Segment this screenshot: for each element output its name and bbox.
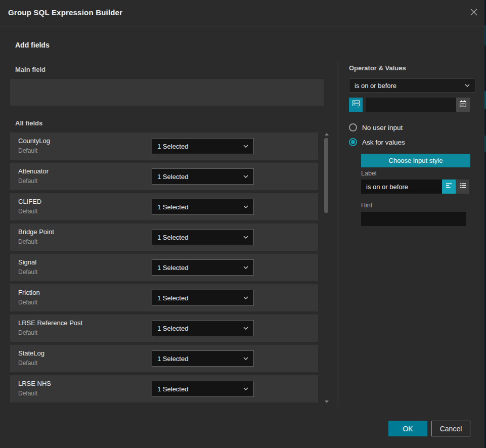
- field-subtitle: Default: [18, 238, 37, 245]
- main-field-box: CountyLog | Default From Date: [10, 79, 324, 106]
- field-values-select-value: 1 Selected: [157, 385, 188, 393]
- field-values-select-value: 1 Selected: [157, 173, 188, 181]
- field-row: Friction Default 1 Selected: [10, 284, 318, 311]
- field-row: Attenuator Default 1 Selected: [10, 163, 318, 190]
- field-values-select-value: 1 Selected: [157, 325, 188, 332]
- calendar-picker-button[interactable]: [456, 98, 470, 112]
- field-values-select-value: 1 Selected: [157, 203, 188, 211]
- list-style-button[interactable]: [456, 180, 469, 194]
- chevron-down-icon: [243, 145, 248, 148]
- unique-values-icon: [352, 100, 360, 110]
- all-fields-list: CountyLog Default 1 Selected Attenuator …: [10, 132, 318, 406]
- label-caption: Label: [361, 170, 377, 177]
- field-subtitle: Default: [18, 177, 37, 185]
- scroll-up-arrow-icon[interactable]: [325, 133, 329, 136]
- field-name: LRSE Reference Post: [18, 319, 82, 327]
- field-name: StateLog: [18, 349, 45, 357]
- operator-select[interactable]: is on or before: [349, 78, 475, 93]
- field-name: Signal: [18, 258, 36, 266]
- dialog-title: Group SQL Expression Builder: [8, 8, 122, 17]
- label-input[interactable]: is on or before: [361, 180, 442, 194]
- scrollbar-thumb[interactable]: [324, 138, 328, 213]
- chevron-down-icon: [243, 296, 248, 299]
- radio-circle-selected-icon: [349, 138, 357, 146]
- field-values-select[interactable]: 1 Selected: [152, 138, 254, 154]
- field-name: CLIFED: [18, 198, 41, 205]
- choose-input-style-button[interactable]: Choose input style: [361, 154, 470, 167]
- close-button[interactable]: [468, 7, 480, 19]
- field-subtitle: Default: [18, 390, 37, 397]
- date-value-input[interactable]: [366, 98, 456, 112]
- radio-ask-for-values[interactable]: Ask for values: [349, 138, 405, 146]
- field-values-select[interactable]: 1 Selected: [152, 229, 254, 245]
- calendar-icon: [459, 100, 467, 110]
- chevron-down-icon: [243, 236, 248, 239]
- field-values-select[interactable]: 1 Selected: [152, 259, 254, 276]
- cancel-button[interactable]: Cancel: [431, 421, 470, 436]
- field-row: CLIFED Default 1 Selected: [10, 193, 318, 220]
- field-subtitle: Default: [18, 299, 37, 306]
- chevron-down-icon: [243, 175, 248, 178]
- field-subtitle: Default: [18, 208, 37, 215]
- field-values-select-value: 1 Selected: [157, 355, 188, 363]
- field-subtitle: Default: [18, 329, 37, 336]
- field-row: StateLog Default 1 Selected: [10, 345, 318, 372]
- chevron-down-icon: [243, 357, 248, 360]
- chevron-down-icon: [243, 205, 248, 208]
- unique-values-button[interactable]: [349, 98, 363, 112]
- field-values-select-value: 1 Selected: [157, 264, 188, 272]
- field-subtitle: Default: [18, 147, 37, 154]
- panel-divider: [337, 60, 337, 408]
- main-field-label: Main field: [15, 66, 46, 73]
- fields-list-scrollbar[interactable]: [324, 132, 330, 404]
- radio-label: Ask for values: [362, 139, 405, 146]
- chevron-down-icon: [243, 266, 248, 269]
- field-row: LRSE Reference Post Default 1 Selected: [10, 315, 318, 342]
- radio-label: No user input: [362, 124, 403, 131]
- field-subtitle: Default: [18, 268, 37, 276]
- field-name: Bridge Point: [18, 228, 54, 236]
- field-values-select[interactable]: 1 Selected: [152, 350, 254, 367]
- field-values-select[interactable]: 1 Selected: [152, 320, 254, 336]
- chevron-down-icon: [243, 387, 248, 390]
- single-line-style-button[interactable]: [442, 180, 456, 194]
- list-icon: [459, 182, 467, 192]
- field-values-select[interactable]: 1 Selected: [152, 290, 254, 306]
- operator-select-value: is on or before: [355, 82, 396, 89]
- hint-input[interactable]: [361, 212, 466, 226]
- field-row: Signal Default 1 Selected: [10, 254, 318, 281]
- align-left-icon: [445, 182, 453, 192]
- chevron-down-icon: [243, 327, 248, 330]
- field-values-select-value: 1 Selected: [157, 294, 188, 302]
- ok-button[interactable]: OK: [388, 421, 427, 436]
- field-name: CountyLog: [18, 137, 50, 145]
- field-values-select[interactable]: 1 Selected: [152, 168, 254, 185]
- field-values-select-value: 1 Selected: [157, 143, 188, 150]
- radio-no-user-input[interactable]: No user input: [349, 123, 403, 131]
- close-icon: [469, 8, 478, 19]
- field-values-select[interactable]: 1 Selected: [152, 381, 254, 397]
- label-input-value: is on or before: [366, 183, 408, 191]
- operator-values-heading: Operator & Values: [349, 64, 406, 72]
- dialog-titlebar: Group SQL Expression Builder: [0, 0, 486, 26]
- field-name: Attenuator: [18, 167, 49, 175]
- chevron-down-icon: [465, 84, 470, 87]
- field-name: LRSE NHS: [18, 380, 51, 387]
- hint-caption: Hint: [361, 202, 372, 209]
- add-fields-heading: Add fields: [15, 41, 50, 49]
- field-row: LRSE NHS Default 1 Selected: [10, 375, 318, 402]
- scroll-down-arrow-icon[interactable]: [325, 400, 329, 403]
- radio-circle-icon: [349, 123, 357, 131]
- all-fields-label: All fields: [15, 119, 42, 127]
- field-values-select[interactable]: 1 Selected: [152, 199, 254, 215]
- field-subtitle: Default: [18, 360, 37, 367]
- field-row: Bridge Point Default 1 Selected: [10, 223, 318, 251]
- field-row: CountyLog Default 1 Selected: [10, 132, 318, 160]
- field-name: Friction: [18, 289, 40, 296]
- field-values-select-value: 1 Selected: [157, 234, 188, 241]
